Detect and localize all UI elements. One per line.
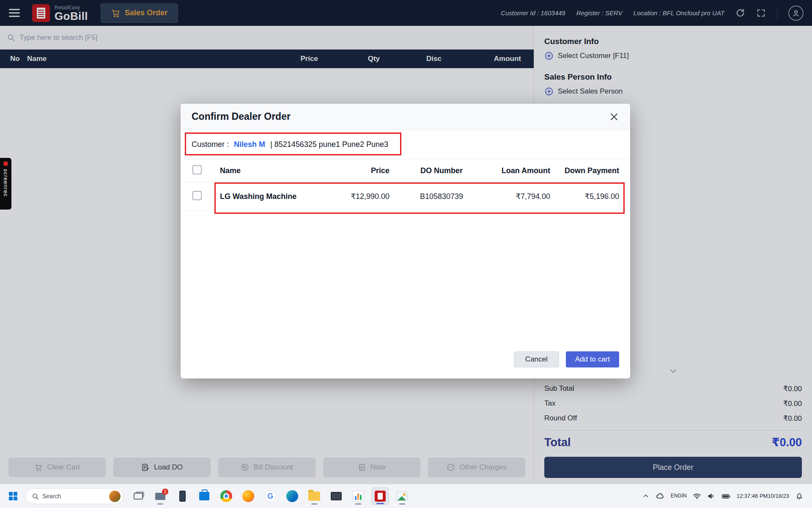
row-down-payment: ₹5,196.00 xyxy=(554,192,630,201)
modal-title: Confirm Dealer Order xyxy=(192,111,291,122)
row-do-number: B105830739 xyxy=(393,192,490,201)
taskbar-apps: 1 G xyxy=(129,487,411,505)
modal-table-header: Name Price DO Number Loan Amount Down Pa… xyxy=(181,159,630,182)
system-tray: ENG IN 12:37:46 PM 10/18/23 xyxy=(642,491,808,501)
chevron-up-icon[interactable] xyxy=(642,492,650,500)
microsoft-store-icon[interactable] xyxy=(195,487,213,505)
modal-col-loan-amount: Loan Amount xyxy=(490,166,554,175)
gobill-app-icon[interactable] xyxy=(371,487,389,505)
search-icon xyxy=(32,493,39,500)
add-to-cart-button[interactable]: Add to cart xyxy=(566,351,619,367)
row-price: ₹12,990.00 xyxy=(313,192,393,201)
taskbar-clock[interactable]: 12:37:46 PM 10/18/23 xyxy=(737,493,789,500)
customer-name-link[interactable]: Nilesh M xyxy=(234,140,265,149)
google-app-icon[interactable]: G xyxy=(261,487,279,505)
screenrec-label: screenrec xyxy=(3,169,9,197)
chrome-icon[interactable] xyxy=(217,487,235,505)
modal-col-name: Name xyxy=(211,166,313,175)
onedrive-cloud-icon[interactable] xyxy=(656,491,665,501)
modal-col-do-number: DO Number xyxy=(393,166,490,175)
language-indicator[interactable]: ENG IN xyxy=(671,493,687,499)
modal-col-down-payment: Down Payment xyxy=(554,166,630,175)
bell-icon[interactable] xyxy=(795,492,804,500)
task-view-icon[interactable] xyxy=(129,487,147,505)
screenrec-widget[interactable]: screenrec xyxy=(0,158,11,210)
customer-details: | 8521456325 pune1 Pune2 Pune3 xyxy=(270,140,388,149)
modal-header: Confirm Dealer Order xyxy=(181,104,630,130)
monitor-app-icon[interactable] xyxy=(327,487,345,505)
volume-icon[interactable] xyxy=(707,492,716,500)
row-checkbox[interactable] xyxy=(192,191,202,200)
file-explorer-icon[interactable] xyxy=(305,487,323,505)
cancel-button[interactable]: Cancel xyxy=(514,351,559,367)
taskbar-search-label: Search xyxy=(42,493,61,500)
phone-link-icon[interactable] xyxy=(173,487,191,505)
select-all-checkbox[interactable] xyxy=(192,165,202,174)
modal-customer-line: Customer : Nilesh M | 8521456325 pune1 P… xyxy=(181,130,630,159)
taskbar-time: 12:37:46 PM xyxy=(737,493,768,500)
chart-app-icon[interactable] xyxy=(349,487,367,505)
row-loan-amount: ₹7,794.00 xyxy=(490,192,554,201)
customer-prefix: Customer : xyxy=(192,140,229,149)
taskbar-search[interactable]: Search xyxy=(25,488,123,504)
search-highlight-image xyxy=(109,491,121,502)
taskbar-date: 10/18/23 xyxy=(768,493,789,500)
record-dot-icon xyxy=(3,161,8,166)
dealer-order-row[interactable]: LG Washing Machine ₹12,990.00 B105830739… xyxy=(181,182,630,211)
photos-app-icon[interactable] xyxy=(393,487,411,505)
modal-col-price: Price xyxy=(313,166,393,175)
modal-footer: Cancel Add to cart xyxy=(181,351,630,378)
windows-taskbar: Search 1 G ENG IN xyxy=(0,484,812,508)
row-item-name: LG Washing Machine xyxy=(211,192,313,201)
battery-icon[interactable] xyxy=(721,491,731,501)
firefox-icon[interactable] xyxy=(239,487,257,505)
close-icon[interactable] xyxy=(609,112,619,122)
notification-badge: 1 xyxy=(162,489,168,495)
confirm-dealer-order-modal: Confirm Dealer Order Customer : Nilesh M… xyxy=(181,104,630,378)
language-line2: IN xyxy=(682,493,687,499)
windows-start-icon[interactable] xyxy=(4,487,22,505)
wifi-icon[interactable] xyxy=(693,492,701,500)
edge-icon[interactable] xyxy=(283,487,301,505)
language-line1: ENG xyxy=(671,493,682,499)
mail-app-icon[interactable]: 1 xyxy=(151,487,169,505)
